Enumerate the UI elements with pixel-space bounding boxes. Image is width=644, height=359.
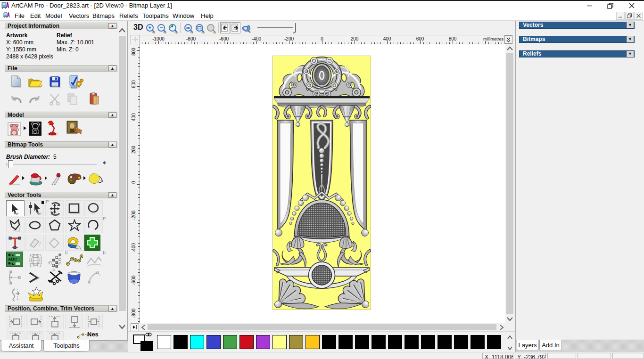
- svg-text:T: T: [17, 128, 20, 132]
- svg-text:ABC: ABC: [8, 257, 17, 261]
- svg-text:T: T: [39, 123, 41, 127]
